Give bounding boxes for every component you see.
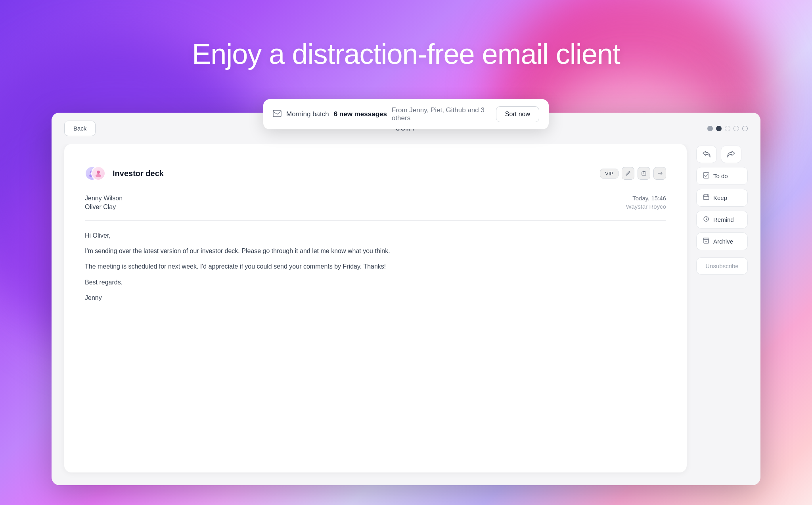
message-count: 6 new messages (334, 110, 387, 118)
svg-rect-8 (703, 238, 709, 240)
unsubscribe-label: Unsubscribe (705, 263, 738, 269)
archive-icon (703, 238, 709, 245)
keep-label: Keep (713, 194, 727, 201)
todo-label: To do (713, 173, 728, 179)
remind-icon (703, 216, 709, 223)
email-participants: Jenny Wilson Oliver Clay Today, 15:46 Wa… (85, 195, 666, 211)
email-card: Investor deck VIP (64, 144, 687, 472)
reply-button[interactable] (696, 146, 717, 163)
email-subject: Investor deck (113, 169, 593, 178)
email-greeting: Hi Oliver, (85, 230, 666, 241)
pagination-dots (707, 126, 748, 131)
keep-icon (703, 194, 709, 202)
svg-rect-6 (703, 195, 709, 200)
recipient-name: Oliver Clay (85, 204, 123, 211)
archive-button[interactable]: Archive (696, 232, 748, 250)
action-sidebar: To do Keep (696, 144, 748, 472)
keep-button[interactable]: Keep (696, 189, 748, 207)
email-sign2: Jenny (85, 292, 666, 303)
sender-name: Jenny Wilson (85, 195, 123, 202)
dot-2 (716, 126, 722, 131)
from-text: From Jenny, Piet, Github and 3 others (392, 106, 491, 122)
todo-icon (703, 172, 709, 180)
email-body: Hi Oliver, I'm sending over the latest v… (85, 230, 666, 303)
email-sign1: Best regards, (85, 277, 666, 288)
email-company: Waystar Royco (626, 203, 666, 210)
avatar (85, 163, 105, 184)
reply-forward-row (696, 146, 748, 163)
notification-bar: Morning batch 6 new messages From Jenny,… (263, 99, 549, 129)
avatar-circle-2 (91, 166, 105, 180)
email-body-line2: The meeting is scheduled for next week. … (85, 261, 666, 272)
dot-1 (707, 126, 713, 131)
svg-point-3 (97, 171, 100, 174)
hero-title: Enjoy a distraction-free email client (0, 38, 812, 70)
mail-icon (273, 110, 282, 119)
email-meta: Today, 15:46 Waystar Royco (626, 195, 666, 210)
svg-rect-0 (273, 110, 281, 117)
vip-tag[interactable]: VIP (600, 169, 619, 179)
sort-now-button[interactable]: Sort now (496, 106, 539, 122)
dot-4 (733, 126, 739, 131)
unsubscribe-button[interactable]: Unsubscribe (696, 257, 748, 275)
email-header: Investor deck VIP (85, 163, 666, 184)
back-button[interactable]: Back (64, 121, 96, 136)
edit-tag-button[interactable] (622, 167, 634, 180)
remind-button[interactable]: Remind (696, 211, 748, 228)
svg-rect-5 (703, 173, 709, 178)
app-window: Back SORT (52, 113, 760, 485)
dot-3 (725, 126, 730, 131)
share-button[interactable] (638, 167, 650, 180)
remind-label: Remind (713, 216, 734, 223)
email-divider (85, 220, 666, 221)
forward-button[interactable] (721, 146, 741, 163)
email-tags: VIP (600, 167, 666, 180)
todo-button[interactable]: To do (696, 167, 748, 185)
more-button[interactable] (653, 167, 666, 180)
archive-label: Archive (713, 238, 733, 245)
batch-label: Morning batch (286, 110, 329, 118)
svg-point-4 (96, 174, 101, 177)
email-body-line1: I'm sending over the latest version of o… (85, 246, 666, 256)
window-body: Investor deck VIP (52, 144, 760, 485)
participant-names: Jenny Wilson Oliver Clay (85, 195, 123, 211)
dot-5 (742, 126, 748, 131)
email-time: Today, 15:46 (626, 195, 666, 202)
